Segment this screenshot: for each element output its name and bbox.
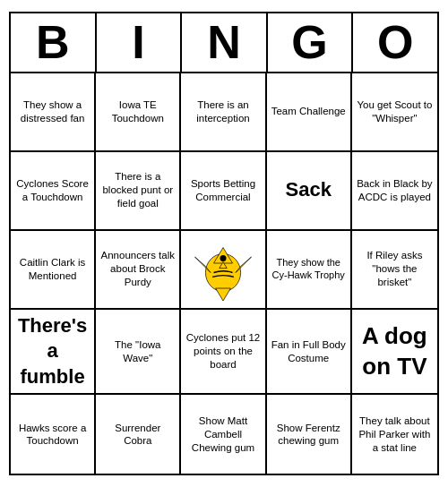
- cell-text-i2: There is a blocked punt or field goal: [99, 170, 176, 210]
- bingo-card: BINGO They show a distressed fanIowa TE …: [9, 12, 439, 476]
- cell-text-n5: Show Matt Cambell Chewing gum: [185, 414, 261, 455]
- bingo-letter-b: B: [11, 13, 97, 72]
- bingo-cell-g4[interactable]: Fan in Full Body Costume: [267, 310, 352, 396]
- bingo-letter-g: G: [268, 13, 354, 72]
- bingo-cell-i3[interactable]: Announcers talk about Brock Purdy: [96, 231, 181, 310]
- cell-text-n2: Sports Betting Commercial: [185, 177, 261, 204]
- cell-text-g4: Fan in Full Body Costume: [271, 338, 347, 365]
- bingo-cell-b1[interactable]: They show a distressed fan: [11, 73, 96, 152]
- cell-text-g1: Team Challenge: [271, 105, 346, 118]
- bingo-cell-g1[interactable]: Team Challenge: [267, 73, 352, 152]
- bingo-cell-b2[interactable]: Cyclones Score a Touchdown: [11, 152, 96, 231]
- cell-text-o3: If Riley asks "hows the brisket": [356, 249, 434, 289]
- bingo-letter-o: O: [353, 13, 437, 72]
- bingo-cell-n5[interactable]: Show Matt Cambell Chewing gum: [181, 395, 266, 474]
- cell-text-b4: There's a fumble: [14, 313, 90, 390]
- cell-text-o4: A dog on TV: [356, 321, 434, 382]
- cell-text-i1: Iowa TE Touchdown: [99, 98, 176, 125]
- cell-text-b2: Cyclones Score a Touchdown: [14, 177, 90, 204]
- bingo-cell-o5[interactable]: They talk about Phil Parker with a stat …: [352, 395, 437, 474]
- bingo-cell-b5[interactable]: Hawks score a Touchdown: [11, 395, 96, 474]
- bingo-cell-o3[interactable]: If Riley asks "hows the brisket": [352, 231, 437, 310]
- bingo-cell-g2[interactable]: Sack: [267, 152, 352, 231]
- bingo-cell-n2[interactable]: Sports Betting Commercial: [181, 152, 266, 231]
- cell-text-g3: They show the Cy-Hawk Trophy: [271, 257, 347, 282]
- bingo-letter-i: I: [97, 13, 183, 72]
- bingo-cell-i1[interactable]: Iowa TE Touchdown: [96, 73, 181, 152]
- bingo-cell-i5[interactable]: Surrender Cobra: [96, 395, 181, 474]
- cell-text-b1: They show a distressed fan: [14, 98, 90, 125]
- cell-text-i4: The "Iowa Wave": [99, 338, 176, 365]
- bingo-cell-b3[interactable]: Caitlin Clark is Mentioned: [11, 231, 96, 310]
- bingo-cell-n3[interactable]: [181, 231, 266, 310]
- cell-text-b3: Caitlin Clark is Mentioned: [14, 256, 90, 283]
- cell-text-n4: Cyclones put 12 points on the board: [185, 331, 261, 372]
- bingo-cell-g3[interactable]: They show the Cy-Hawk Trophy: [267, 231, 352, 310]
- cell-text-g2: Sack: [286, 177, 332, 203]
- bingo-header: BINGO: [11, 13, 437, 73]
- bingo-cell-b4[interactable]: There's a fumble: [11, 310, 96, 396]
- bingo-cell-i4[interactable]: The "Iowa Wave": [96, 310, 181, 396]
- bingo-cell-o2[interactable]: Back in Black by ACDC is played: [352, 152, 437, 231]
- bingo-cell-n4[interactable]: Cyclones put 12 points on the board: [181, 310, 266, 396]
- cell-text-g5: Show Ferentz chewing gum: [271, 422, 347, 449]
- bingo-grid: They show a distressed fanIowa TE Touchd…: [11, 73, 437, 474]
- svg-marker-4: [216, 288, 231, 301]
- cell-text-i3: Announcers talk about Brock Purdy: [99, 249, 176, 289]
- cell-text-i5: Surrender Cobra: [99, 422, 176, 449]
- bingo-cell-g5[interactable]: Show Ferentz chewing gum: [267, 395, 352, 474]
- bingo-cell-o4[interactable]: A dog on TV: [352, 310, 437, 396]
- bingo-cell-i2[interactable]: There is a blocked punt or field goal: [96, 152, 181, 231]
- cell-text-o5: They talk about Phil Parker with a stat …: [356, 414, 434, 455]
- bingo-cell-n1[interactable]: There is an interception: [181, 73, 266, 152]
- cell-text-b5: Hawks score a Touchdown: [14, 422, 90, 449]
- bingo-cell-o1[interactable]: You get Scout to "Whisper": [352, 73, 437, 152]
- cell-text-o2: Back in Black by ACDC is played: [356, 177, 434, 204]
- hawkeye-logo: [192, 238, 254, 301]
- cell-text-o1: You get Scout to "Whisper": [356, 98, 434, 125]
- svg-point-5: [220, 255, 226, 261]
- cell-text-n1: There is an interception: [185, 98, 261, 125]
- bingo-letter-n: N: [182, 13, 268, 72]
